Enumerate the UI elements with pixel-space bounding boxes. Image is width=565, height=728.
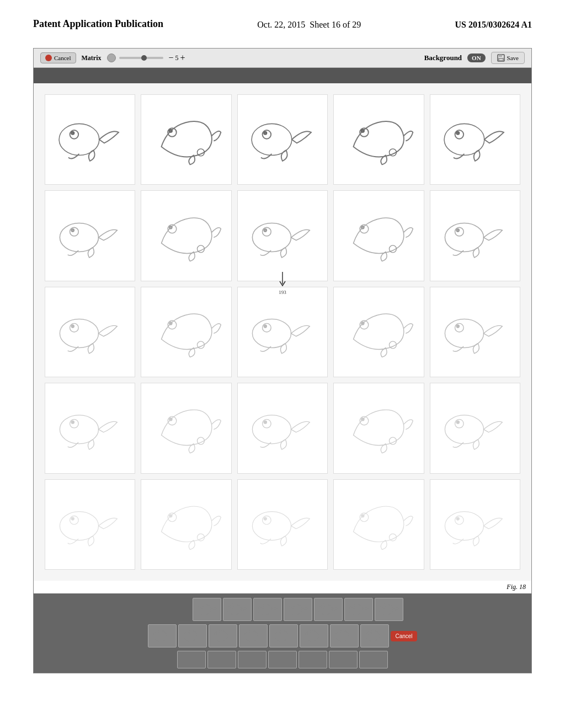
svg-point-4	[70, 130, 79, 139]
plus-icon[interactable]: +	[180, 53, 185, 63]
svg-point-81	[227, 604, 241, 615]
grid-cell-3-3[interactable]: 193	[237, 287, 328, 377]
zoom-controls: − 5 +	[169, 53, 185, 63]
grid-cell-1-4[interactable]	[333, 94, 424, 185]
filmstrip-small-thumb-7[interactable]	[359, 651, 388, 668]
whale-grid: 193	[34, 83, 531, 581]
filmstrip-thumb-2[interactable]	[223, 598, 252, 621]
svg-point-59	[361, 418, 364, 421]
filmstrip-small-thumb-6[interactable]	[329, 651, 358, 668]
svg-point-50	[70, 420, 79, 429]
grid-cell-5-3[interactable]	[237, 479, 328, 570]
svg-point-57	[264, 421, 266, 424]
filmstrip-small-thumb-4[interactable]	[268, 651, 297, 668]
filmstrip-cancel-button[interactable]: Cancel	[391, 631, 417, 641]
grid-cell-4-1[interactable]	[45, 383, 135, 473]
filmstrip-small-thumb-3[interactable]	[238, 651, 266, 668]
grid-cell-1-5[interactable]	[430, 94, 520, 185]
svg-point-31	[455, 227, 463, 236]
grid-cell-4-4[interactable]	[333, 383, 424, 473]
svg-point-98	[217, 632, 220, 635]
grid-cell-2-2[interactable]	[141, 190, 231, 281]
svg-point-51	[71, 421, 74, 424]
cancel-icon	[45, 55, 52, 61]
grid-cell-2-5[interactable]	[430, 190, 520, 281]
svg-point-72	[264, 517, 266, 520]
save-button[interactable]: Save	[491, 52, 525, 64]
toggle-button[interactable]: ON	[467, 53, 486, 62]
filmstrip-thumb-12[interactable]	[269, 624, 298, 647]
filmstrip-thumb-5[interactable]	[314, 598, 343, 621]
grid-cell-2-4[interactable]	[333, 190, 424, 281]
slider-bar[interactable]	[119, 57, 163, 59]
svg-point-34	[70, 323, 79, 332]
filmstrip: Cancel	[34, 593, 531, 673]
grid-cell-3-2[interactable]	[141, 287, 231, 377]
filmstrip-thumb-6[interactable]	[344, 598, 373, 621]
svg-point-99	[244, 630, 258, 641]
svg-point-103	[305, 630, 318, 641]
svg-point-47	[455, 323, 463, 332]
svg-rect-1	[499, 55, 502, 57]
svg-point-84	[261, 606, 264, 608]
filmstrip-thumb-15[interactable]	[360, 624, 389, 647]
svg-point-19	[70, 227, 79, 236]
svg-point-66	[71, 517, 74, 520]
filmstrip-thumb-13[interactable]	[300, 624, 328, 647]
svg-point-28	[361, 226, 364, 228]
slider-thumb[interactable]	[141, 55, 147, 61]
svg-point-17	[456, 132, 459, 135]
grid-cell-5-5[interactable]	[430, 479, 520, 570]
slider-circle-left	[107, 53, 116, 62]
svg-point-7	[169, 130, 172, 132]
filmstrip-thumb-11[interactable]	[239, 624, 268, 647]
svg-point-35	[71, 325, 74, 328]
filmstrip-thumb-9[interactable]	[178, 624, 207, 647]
filmstrip-thumb-7[interactable]	[375, 598, 403, 621]
grid-cell-3-4[interactable]	[333, 287, 424, 377]
svg-point-77	[455, 516, 463, 524]
grid-cell-1-3[interactable]	[237, 94, 328, 185]
svg-point-37	[169, 322, 172, 325]
svg-point-68	[169, 515, 172, 517]
svg-point-78	[456, 517, 459, 520]
grid-cell-4-3[interactable]	[237, 383, 328, 473]
svg-point-22	[169, 226, 172, 228]
minus-icon[interactable]: −	[169, 53, 174, 63]
cancel-button[interactable]: Cancel	[40, 52, 76, 63]
svg-point-90	[352, 606, 355, 608]
grid-cell-3-1[interactable]	[45, 287, 135, 377]
grid-cell-1-1[interactable]	[45, 94, 135, 185]
filmstrip-thumb-4[interactable]	[284, 598, 312, 621]
svg-point-62	[455, 420, 463, 429]
svg-point-106	[338, 632, 341, 635]
figure-label: Fig. 18	[34, 581, 531, 593]
filmstrip-thumb-10[interactable]	[209, 624, 237, 647]
filmstrip-thumb-1[interactable]	[193, 598, 221, 621]
filmstrip-small-thumb-5[interactable]	[299, 651, 327, 668]
grid-cell-3-5[interactable]	[430, 287, 520, 377]
svg-point-108	[369, 632, 371, 635]
grid-cell-5-1[interactable]	[45, 479, 135, 570]
zoom-value: 5	[175, 54, 179, 62]
svg-point-41	[263, 323, 271, 332]
svg-point-44	[361, 322, 364, 325]
grid-cell-5-4[interactable]	[333, 479, 424, 570]
grid-cell-5-2[interactable]	[141, 479, 231, 570]
grid-cell-2-3[interactable]	[237, 190, 328, 281]
svg-point-48	[456, 325, 459, 328]
filmstrip-thumb-14[interactable]	[330, 624, 359, 647]
filmstrip-small-thumb-1[interactable]	[177, 651, 206, 668]
svg-point-5	[71, 132, 74, 135]
svg-point-20	[71, 229, 74, 232]
grid-cell-4-2[interactable]	[141, 383, 231, 473]
filmstrip-thumb-3[interactable]	[253, 598, 282, 621]
grid-cell-4-5[interactable]	[430, 383, 520, 473]
svg-point-56	[263, 420, 271, 429]
grid-cell-1-2[interactable]	[141, 94, 231, 185]
background-label: Background	[424, 53, 462, 62]
filmstrip-thumb-8[interactable]	[148, 624, 177, 647]
filmstrip-small-thumb-2[interactable]	[207, 651, 236, 668]
grid-cell-2-1[interactable]	[45, 190, 135, 281]
svg-point-10	[263, 130, 271, 139]
